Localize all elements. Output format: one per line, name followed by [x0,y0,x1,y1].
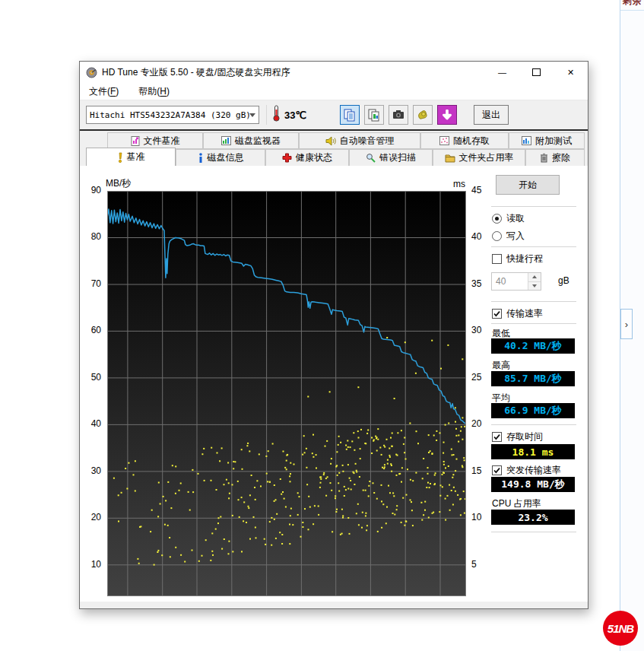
down-arrow-icon [441,109,453,121]
health-cross-icon [282,153,292,163]
y-right-tick: 10 [471,512,481,522]
transfer-rate-label: 传输速率 [506,307,543,320]
window-title: HD Tune 专业版 5.50 - 硬盘/固态硬盘实用程序 [102,66,485,79]
tab-erase[interactable]: 擦除 [525,149,585,166]
close-icon: ✕ [567,68,574,78]
y-left-ticks: 908070605040302010 [80,191,103,596]
burst-rate-checkbox[interactable]: 突发传输速率 [492,464,561,477]
temperature-indicator: 33℃ [272,105,306,125]
benchmark-chart [107,191,466,596]
save-results-button[interactable] [437,105,457,125]
extra-tests-icon [522,136,531,145]
y-left-tick: 60 [91,325,101,335]
short-stroke-checkbox[interactable]: 快捷行程 [492,252,543,265]
tab-label: 健康状态 [296,151,332,164]
access-time-checkbox[interactable]: 存取时间 [492,430,543,443]
tab-disk-info[interactable]: 磁盘信息 [176,149,265,166]
checkbox-checked-icon [492,309,502,319]
y-right-tick: 5 [471,559,477,570]
write-radio[interactable]: 写入 [492,230,525,243]
y-left-tick: 40 [91,418,101,429]
folder-icon [445,154,455,163]
copy-report-button[interactable] [340,105,360,125]
menubar: 文件(F) 帮助(H) [80,83,588,100]
desktop-page: 剩余 › 51NB HD Tune 专业版 5.50 - 硬盘/固态硬盘实用程序… [0,0,644,651]
trash-icon [540,153,548,163]
file-benchmark-icon [131,136,140,146]
maximize-icon [532,68,541,76]
speaker-icon [325,136,336,146]
benchmark-tab-page: MB/秒 ms 908070605040302010 4540353025201… [80,166,588,602]
tab-aam[interactable]: 自动噪音管理 [299,132,420,149]
tab-file-benchmark[interactable]: 文件基准 [107,132,203,149]
exit-button[interactable]: 退出 [474,105,509,125]
start-button[interactable]: 开始 [496,175,560,195]
capacity-unit-label: gB [558,275,569,286]
stepper-buttons[interactable] [528,273,541,290]
y-right-tick: 20 [471,418,481,429]
max-value-display: 85.7 MB/秒 [491,371,575,386]
checkbox-checked-icon [492,465,502,475]
cpu-usage-display: 23.2% [491,510,575,525]
panel-separator [491,246,576,247]
control-panel: 开始 读取 写入 快捷行程 40 [491,166,579,592]
stepper-down-button[interactable] [528,282,541,291]
read-radio-label: 读取 [506,212,525,225]
tab-label: 磁盘信息 [208,151,244,164]
capacity-stepper[interactable]: 40 [491,272,541,291]
donate-hand-icon [416,108,430,122]
min-value-display: 40.2 MB/秒 [491,338,575,354]
tab-row-top: 文件基准 磁盘监视器 自动噪音管理 随机存取 附加测试 [80,132,588,149]
tab-label: 错误扫描 [379,151,416,164]
toolbar: Hitachi HTS543232A7A384 (320 gB) 33℃ [80,100,588,129]
y-left-tick: 30 [91,465,101,476]
menu-help[interactable]: 帮助(H) [138,85,170,98]
y-left-tick: 90 [91,185,101,195]
drive-select[interactable]: Hitachi HTS543232A7A384 (320 gB) [86,106,259,124]
disk-monitor-icon [221,136,231,145]
y-left-tick: 50 [91,372,101,383]
tab-label: 附加测试 [535,135,572,148]
tab-disk-monitor[interactable]: 磁盘监视器 [203,132,299,149]
tab-extra-tests[interactable]: 附加测试 [509,132,585,149]
y-left-tick: 20 [91,512,101,522]
tab-label: 随机存取 [453,135,490,148]
copy-report-icon [343,108,357,122]
y-right-tick: 25 [471,372,481,383]
cpu-usage-label: CPU 占用率 [492,497,541,510]
info-icon [198,153,204,163]
minimize-button[interactable]: — [485,62,519,83]
y-right-ticks: 45403530252015105 [469,191,489,596]
copy-image-button[interactable] [364,105,384,125]
access-time-display: 18.1 ms [491,444,575,459]
y-right-tick: 30 [471,325,481,335]
tab-random-access[interactable]: 随机存取 [420,132,509,149]
tab-folder-usage[interactable]: 文件夹占用率 [433,149,525,166]
donate-button[interactable] [413,105,433,125]
tab-error-scan[interactable]: 错误扫描 [349,149,433,166]
panel-separator [491,424,576,425]
random-access-icon [439,136,449,145]
screenshot-button[interactable] [389,105,408,125]
max-label: 最高 [492,359,510,372]
read-radio[interactable]: 读取 [492,212,525,225]
radio-selected-icon [492,214,502,224]
checkbox-unchecked-icon [492,254,502,264]
y-right-tick: 15 [471,465,481,476]
toolbar-separator [266,105,267,125]
triangle-down-icon [532,284,537,287]
tab-health[interactable]: 健康状态 [265,149,349,166]
transfer-rate-checkbox[interactable]: 传输速率 [492,307,543,320]
minimize-icon: — [498,68,506,77]
sidebar-expander-button[interactable]: › [620,309,633,339]
burst-rate-display: 149.8 MB/秒 [491,477,575,492]
menu-file[interactable]: 文件(F) [89,85,119,98]
maximize-button[interactable] [519,62,554,83]
clipped-header-text: 剩余 [623,0,642,8]
stepper-up-button[interactable] [528,273,541,282]
titlebar[interactable]: HD Tune 专业版 5.50 - 硬盘/固态硬盘实用程序 — ✕ [80,62,588,83]
capacity-value: 40 [492,273,528,290]
tab-benchmark[interactable]: 基准 [86,148,176,166]
close-button[interactable]: ✕ [554,62,588,83]
51nb-logo[interactable]: 51NB [603,611,638,646]
